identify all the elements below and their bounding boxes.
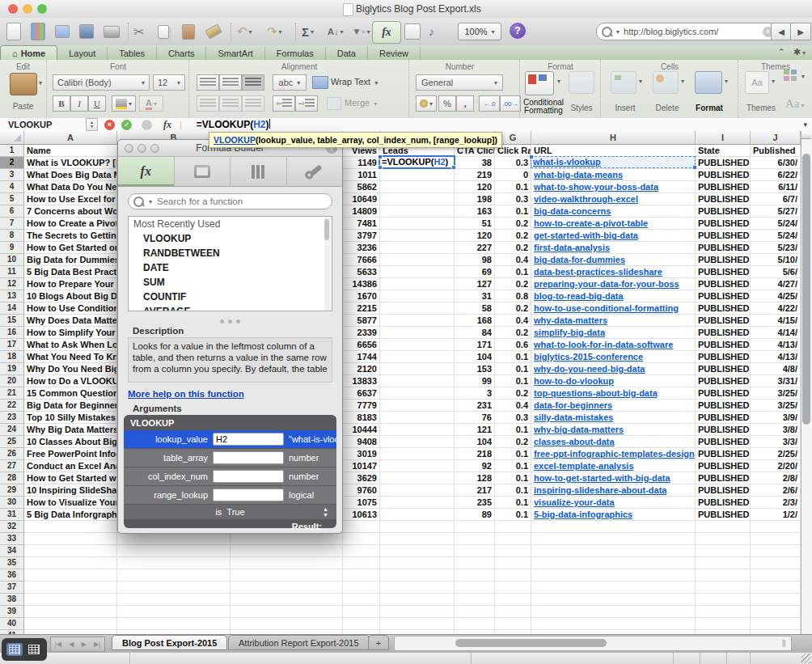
sheet-tab-nav[interactable]: |◀ ◀ ▶ ▶|: [50, 637, 105, 652]
grid-cell[interactable]: 2/6/: [751, 484, 801, 497]
grid-cell[interactable]: PUBLISHED: [696, 266, 751, 278]
grid-cell[interactable]: [531, 521, 696, 533]
grid-cell[interactable]: 231: [455, 400, 495, 412]
grid-cell[interactable]: [230, 618, 343, 630]
ribbon-tab-smartart[interactable]: SmartArt: [206, 46, 264, 60]
grid-cell[interactable]: 227: [455, 242, 495, 254]
themes-dropdown[interactable]: ▾: [772, 78, 775, 85]
header-cell[interactable]: Published: [751, 145, 801, 157]
grid-cell[interactable]: 76: [455, 412, 495, 424]
url-link-cell[interactable]: excel-template-analysis: [531, 460, 696, 472]
url-link-cell[interactable]: how-to-get-started-with-big-data: [531, 472, 696, 484]
list-scrollbar[interactable]: [324, 218, 331, 311]
url-link-cell[interactable]: top-questions-about-big-data: [531, 387, 696, 400]
formula-bar-expand-icon[interactable]: ▾: [803, 121, 807, 129]
wrap-text-icon[interactable]: [312, 76, 328, 89]
grid-cell[interactable]: 0.4: [495, 315, 531, 327]
row-header-35[interactable]: 35: [0, 557, 24, 569]
row-header-18[interactable]: 18: [0, 351, 24, 363]
grid-cell[interactable]: PUBLISHED: [696, 375, 751, 387]
grid-cell[interactable]: [495, 594, 531, 606]
row-header-24[interactable]: 24: [0, 424, 24, 436]
grid-cell[interactable]: PUBLISHED: [696, 509, 751, 521]
grid-cell[interactable]: [230, 606, 343, 618]
grid-cell[interactable]: 10147: [343, 460, 380, 472]
grid-cell[interactable]: 0.1: [495, 424, 531, 436]
grid-cell[interactable]: PUBLISHED: [696, 169, 751, 181]
grid-cell[interactable]: 3/9/: [751, 412, 801, 424]
grid-cell[interactable]: 13833: [343, 375, 380, 387]
url-link-cell[interactable]: video-walkthrough-excel: [531, 193, 696, 205]
grid-cell[interactable]: 120: [455, 230, 495, 242]
grid-cell[interactable]: [495, 533, 531, 545]
grid-cell[interactable]: 0.8: [495, 290, 531, 302]
url-link-cell[interactable]: why-data-matters: [531, 315, 696, 327]
grid-cell[interactable]: [455, 594, 495, 606]
row-header-14[interactable]: 14: [0, 302, 24, 315]
grid-cell[interactable]: [380, 193, 455, 205]
grid-cell[interactable]: 69: [455, 266, 495, 278]
grid-cell[interactable]: [380, 618, 455, 630]
url-link-cell[interactable]: big-data-concerns: [531, 205, 696, 218]
grid-cell[interactable]: 98: [455, 254, 495, 266]
tab-definitions-icon[interactable]: [230, 157, 287, 186]
row-header-31[interactable]: 31: [0, 509, 24, 521]
format-painter-icon[interactable]: [206, 23, 221, 40]
grid-cell[interactable]: [24, 545, 117, 557]
grid-cell[interactable]: 89: [455, 509, 495, 521]
grid-cell[interactable]: [455, 582, 495, 594]
grid-cell[interactable]: PUBLISHED: [696, 315, 751, 327]
grid-cell[interactable]: 6/11/: [751, 181, 801, 193]
grid-cell[interactable]: 1744: [343, 351, 380, 363]
grid-cell[interactable]: [380, 218, 455, 230]
grid-cell[interactable]: 8183: [343, 412, 380, 424]
row-header-16[interactable]: 16: [0, 327, 24, 339]
grid-cell[interactable]: 31: [455, 290, 495, 302]
grid-cell[interactable]: 7481: [343, 218, 380, 230]
minimize-window-icon[interactable]: [23, 4, 32, 14]
grid-cell[interactable]: [380, 181, 455, 193]
grid-cell[interactable]: 3/3/: [751, 436, 801, 448]
name-box-stepper[interactable]: ▴▾: [86, 118, 98, 131]
grid-cell[interactable]: 2/3/: [751, 497, 801, 509]
grid-cell[interactable]: 1011: [343, 169, 380, 181]
grid-cell[interactable]: [380, 387, 455, 400]
print-icon[interactable]: [104, 23, 120, 40]
grid-cell[interactable]: 5/24/: [751, 218, 801, 230]
row-header-8[interactable]: 8: [0, 230, 24, 242]
grid-cell[interactable]: 51: [455, 218, 495, 230]
grid-cell[interactable]: 0.1: [495, 460, 531, 472]
grid-cell[interactable]: 198: [455, 193, 495, 205]
grid-cell[interactable]: PUBLISHED: [696, 387, 751, 400]
grid-cell[interactable]: 6/7/: [751, 193, 801, 205]
grid-cell[interactable]: PUBLISHED: [696, 363, 751, 375]
grid-cell[interactable]: [24, 521, 117, 533]
styles-label[interactable]: Styles: [565, 104, 598, 112]
paste-dropdown[interactable]: ▾: [39, 79, 42, 87]
grid-cell[interactable]: PUBLISHED: [696, 339, 751, 351]
function-search-input[interactable]: [155, 196, 327, 207]
url-link-cell[interactable]: preparing-your-data-for-your-boss: [531, 278, 696, 290]
grid-cell[interactable]: 14386: [343, 278, 380, 290]
url-link-cell[interactable]: simplify-big-data: [531, 327, 696, 339]
grid-cell[interactable]: PUBLISHED: [696, 181, 751, 193]
row-header-34[interactable]: 34: [0, 545, 24, 557]
row-header-6[interactable]: 6: [0, 205, 24, 218]
grid-cell[interactable]: [696, 618, 751, 630]
grid-cell[interactable]: [751, 569, 801, 582]
grid-cell[interactable]: 7 Concerns about Worki: [24, 205, 117, 218]
stepper-icon[interactable]: ▲▼: [323, 506, 328, 518]
grid-cell[interactable]: 0.1: [495, 484, 531, 497]
grid-cell[interactable]: [380, 302, 455, 315]
grid-cell[interactable]: [380, 169, 455, 181]
grid-cell[interactable]: Why Big Data Matters: [24, 424, 117, 436]
grid-cell[interactable]: PUBLISHED: [696, 218, 751, 230]
vertical-scrollbar-thumb[interactable]: [802, 154, 810, 425]
grid-cell[interactable]: [24, 569, 117, 582]
grid-cell[interactable]: PUBLISHED: [696, 412, 751, 424]
header-cell[interactable]: URL: [531, 145, 696, 157]
grid-cell[interactable]: 0.1: [495, 351, 531, 363]
grid-cell[interactable]: What is VLOOKUP? [FAQ: [24, 157, 117, 169]
row-header-21[interactable]: 21: [0, 387, 24, 400]
grid-cell[interactable]: 3797: [343, 230, 380, 242]
